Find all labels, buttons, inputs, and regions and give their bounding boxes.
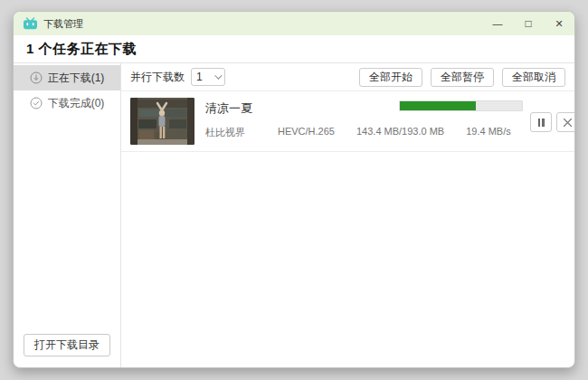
- download-circle-icon: [30, 71, 43, 84]
- parallel-downloads-label: 并行下载数: [130, 70, 185, 85]
- download-manager-window: 下载管理 — □ ✕ 1 个任务正在下载 正在下载(1): [13, 11, 575, 368]
- pause-all-button[interactable]: 全部暂停: [431, 68, 494, 87]
- toolbar: 并行下载数 1 全部开始 全部暂停 全部取消: [121, 63, 574, 91]
- video-thumbnail: [130, 98, 194, 145]
- download-row: 清凉一夏 杜比视界 HEVC/H.265 143.4 MB/193.0 MB 1…: [121, 91, 574, 152]
- parallel-downloads-select[interactable]: 1: [191, 68, 225, 86]
- pause-icon: [538, 119, 545, 127]
- check-circle-icon: [30, 97, 43, 109]
- chevron-down-icon: [214, 71, 222, 79]
- bilibili-tv-icon: [23, 17, 38, 30]
- cancel-download-button[interactable]: [556, 112, 574, 132]
- close-icon: [563, 118, 573, 128]
- maximize-button[interactable]: □: [513, 12, 544, 35]
- main-panel: 并行下载数 1 全部开始 全部暂停 全部取消: [121, 63, 574, 367]
- window-title: 下载管理: [43, 17, 83, 31]
- body: 正在下载(1) 下载完成(0) 打开下载目录 并行下载数 1: [14, 63, 574, 367]
- download-meta: 杜比视界 HEVC/H.265 143.4 MB/193.0 MB 19.4 M…: [205, 126, 533, 139]
- progress-bar: [399, 100, 523, 111]
- sidebar-item-downloading[interactable]: 正在下载(1): [14, 65, 120, 90]
- titlebar: 下载管理 — □ ✕: [14, 12, 574, 35]
- quality-label: 杜比视界: [205, 126, 245, 139]
- sidebar: 正在下载(1) 下载完成(0) 打开下载目录: [14, 63, 121, 367]
- header: 1 个任务正在下载: [14, 35, 574, 63]
- start-all-button[interactable]: 全部开始: [359, 68, 422, 87]
- close-button[interactable]: ✕: [544, 12, 574, 35]
- download-list: 清凉一夏 杜比视界 HEVC/H.265 143.4 MB/193.0 MB 1…: [121, 91, 574, 367]
- sidebar-item-label: 下载完成(0): [48, 96, 105, 111]
- parallel-downloads-value: 1: [196, 71, 203, 83]
- speed-label: 19.4 MB/s: [466, 126, 511, 139]
- page-title: 1 个任务正在下载: [26, 41, 137, 58]
- sidebar-item-label: 正在下载(1): [48, 71, 105, 86]
- size-label: 143.4 MB/193.0 MB: [356, 126, 444, 139]
- pause-download-button[interactable]: [530, 112, 552, 132]
- minimize-button[interactable]: —: [482, 12, 513, 35]
- sidebar-item-completed[interactable]: 下载完成(0): [14, 90, 120, 116]
- progress-fill: [400, 101, 476, 110]
- codec-label: HEVC/H.265: [278, 126, 335, 139]
- open-download-directory-button[interactable]: 打开下载目录: [24, 334, 110, 356]
- window-controls: — □ ✕: [482, 12, 574, 35]
- cancel-all-button[interactable]: 全部取消: [502, 68, 565, 87]
